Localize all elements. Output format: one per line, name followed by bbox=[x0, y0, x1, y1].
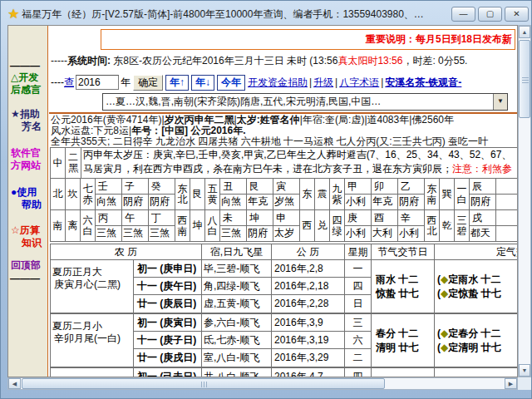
compass-row-south: 南 离 六白 丙三煞 午三煞 丁三煞 西南 坤 八白 未三煞 坤阴府 申太岁 西… bbox=[51, 209, 517, 241]
table-row[interactable]: 廿一 (庚辰日)虚,五黄-顺飞2016年,2,28日 bbox=[134, 295, 372, 313]
maximize-button[interactable]: ▢ bbox=[478, 7, 502, 22]
branch-cell: 午三煞 bbox=[122, 210, 149, 241]
sidebar-item-label: 知识 bbox=[11, 237, 42, 249]
table-row[interactable]: 十一 (庚子日)氐,七赤-顺飞2016年,3,19六 bbox=[134, 332, 372, 349]
branch-cell: 辛小利 bbox=[398, 210, 425, 241]
scroll-up-icon[interactable]: ▲ bbox=[519, 26, 530, 38]
horizontal-scrollbar[interactable]: ◀ ▶ bbox=[7, 377, 518, 390]
month-rows: 初一 (己未日)井,八白-顺飞2016年,4,7四 bbox=[134, 368, 372, 377]
branch-cell: 乙阴府 bbox=[398, 179, 425, 209]
branch-cell: 壬向煞 bbox=[96, 179, 122, 209]
sidebar-item-help[interactable]: ●使用 帮助 bbox=[11, 186, 42, 211]
vertical-scrollbar[interactable]: ▲ ▼ bbox=[518, 25, 531, 377]
sidebar-item-label: 方网站 bbox=[11, 160, 41, 171]
year-input[interactable] bbox=[76, 75, 119, 90]
trigram-cell: 乾 bbox=[440, 210, 455, 241]
compass-table: 中 二黑 丙申年太岁压：庚寅,辛巳,壬申,癸亥,甲寅,乙巳年生之人葬时避吉(7、… bbox=[50, 147, 517, 242]
sidebar-item-label: 回顶部 bbox=[11, 259, 41, 271]
sidebar-item-back-to-top[interactable]: 回顶部 bbox=[11, 259, 41, 272]
branch-cell: 坤阴府 bbox=[247, 210, 273, 241]
branch-cell: 寅岁煞 bbox=[273, 179, 300, 209]
sidebar-item-label: ☆历算 bbox=[11, 224, 40, 236]
branch-cell: 丁三煞 bbox=[149, 210, 175, 241]
table-row[interactable]: 廿一 (庚戌日)室,八白-顺飞2016年,3,29二 bbox=[134, 349, 372, 367]
era-dropdown-value: …夏…汉,魏,晋,南朝(宋齐梁陈)隋唐,五代,宋元明清,民国,中国… bbox=[103, 94, 493, 110]
branch-cell: 戌都天 bbox=[470, 210, 496, 241]
app-star-icon: ★ bbox=[7, 7, 19, 21]
client-area: ——— △开发 后感言 ★捐助 芳名 软件官 方网站 ●使用 帮助 ☆历算 知识 bbox=[7, 25, 518, 377]
branch-cell: 庚小利 bbox=[345, 210, 372, 241]
month-label: 夏历正月大 庚寅月心(二黑) bbox=[51, 260, 134, 313]
donate-link[interactable]: 开发资金捐助 bbox=[248, 76, 308, 90]
scroll-down-icon[interactable]: ▼ bbox=[519, 364, 530, 377]
confirm-button[interactable]: 确定 bbox=[133, 75, 163, 91]
year-info-line1: 公元2016年(黄帝4714年)|岁次丙申年二黑|太岁:姓管名仲|年宿:奎(局:… bbox=[51, 115, 517, 126]
dashes: ---- bbox=[51, 76, 64, 88]
vertical-scrollbar-thumb[interactable] bbox=[519, 40, 530, 118]
horizontal-scrollbar-thumb[interactable] bbox=[22, 378, 385, 389]
branch-cell: 申太岁 bbox=[273, 210, 300, 241]
direction-cell: 北 bbox=[51, 179, 66, 209]
header-weekday: 星期 bbox=[345, 244, 372, 259]
system-time-line: -----系统时间: 东8区-农历公元纪年2016年三月十三日 未时 (13:5… bbox=[51, 54, 517, 68]
table-row[interactable]: 初一 (庚寅日)参,六白-顺飞2016年,3,9三 bbox=[134, 314, 372, 332]
main-content: 重要说明：每月5日到18日发布新 -----系统时间: 东8区-农历公元纪年20… bbox=[49, 26, 517, 377]
sidebar-item-dev-notes[interactable]: △开发 后感言 bbox=[11, 71, 41, 96]
exact-solar-term-cell bbox=[435, 368, 517, 377]
sidebar-item-official-site[interactable]: 软件官 方网站 bbox=[11, 147, 41, 172]
trigram-cell: 坤 bbox=[190, 210, 205, 241]
fengshui-period: 风水运盘:下元8运| bbox=[51, 126, 131, 136]
month-label: 夏历二月小 辛卯月尾(一白) bbox=[51, 314, 134, 367]
important-notice-banner: 重要说明：每月5日到18日发布新 bbox=[101, 29, 515, 50]
year-down-button[interactable]: 年↓ bbox=[191, 75, 214, 91]
separator: | bbox=[335, 76, 337, 88]
branch-cell: 未三煞 bbox=[220, 210, 247, 241]
star-cell: 一白 bbox=[455, 179, 470, 209]
sidebar-item-label: ★捐助 bbox=[11, 108, 40, 120]
star-cell: 八白 bbox=[205, 210, 220, 241]
sidebar-item-label: 后感言 bbox=[11, 84, 41, 96]
sidebar-divider-top: ——— bbox=[10, 60, 40, 71]
year-info-rest: |年宿:奎(局:虚)|道4083年|佛2560年 bbox=[300, 115, 454, 126]
search-link[interactable]: 查 bbox=[64, 76, 74, 90]
taisui-note-line2: 马居寅月，利在西方申酉戌，杀在南方巳午未，进在北方亥子丑，退在东方寅卯辰；注意：… bbox=[81, 162, 517, 176]
direction-cell: 东 bbox=[300, 179, 315, 209]
star-cell: 九紫 bbox=[330, 179, 345, 209]
center-star-cell: 二黑 bbox=[66, 148, 81, 178]
year-unit-label: 年 bbox=[121, 76, 131, 90]
month-group: 夏历正月大 庚寅月心(二黑) 初一 (庚申日)毕,三碧-顺飞2016年,2,8一… bbox=[51, 260, 517, 314]
sidebar-item-donors[interactable]: ★捐助 芳名 bbox=[11, 108, 42, 133]
chevron-down-icon[interactable]: ▼ bbox=[493, 94, 507, 110]
tea-ad-link[interactable]: 安溪名茶-铁观音- bbox=[385, 76, 461, 90]
direction-cell: 西北 bbox=[425, 210, 440, 241]
table-row[interactable]: 初一 (庚申日)毕,三碧-顺飞2016年,2,8一 bbox=[134, 260, 372, 278]
table-row[interactable]: 初一 (己未日)井,八白-顺飞2016年,4,7四 bbox=[134, 368, 372, 377]
upgrade-link[interactable]: 升级 bbox=[313, 76, 333, 90]
exact-solar-term-cell: (◆定春分 十二 (◆定清明 廿七 bbox=[435, 314, 517, 367]
gregorian-huangdi-year: 公元2016年(黄帝4714年)| bbox=[51, 115, 165, 126]
minimize-button[interactable]: — bbox=[451, 7, 475, 22]
separator: | bbox=[309, 76, 312, 88]
scroll-left-icon[interactable]: ◀ bbox=[8, 378, 21, 389]
direction-cell: 南 bbox=[51, 210, 66, 241]
branch-cell: 子阴府 bbox=[122, 179, 149, 209]
trigram-cell: 坎 bbox=[66, 179, 81, 209]
bazi-terms-link[interactable]: 八字术语 bbox=[339, 76, 379, 90]
branch-cell: 酉大利 bbox=[372, 210, 398, 241]
center-cell: 中 bbox=[51, 148, 66, 178]
title-bar[interactable]: ★ 福星万年（经）历-[V2.57版-简体]-前4800年至10000年查询、编… bbox=[3, 3, 530, 25]
era-dropdown[interactable]: …夏…汉,魏,晋,南朝(宋齐梁陈)隋唐,五代,宋元明清,民国,中国… ▼ bbox=[102, 93, 508, 111]
dashes: ----- bbox=[51, 55, 67, 66]
star-cell: 三碧 bbox=[455, 210, 470, 241]
scroll-right-icon[interactable]: ▶ bbox=[505, 378, 517, 389]
table-row[interactable]: 十一 (庚午日)角,四绿-顺飞2016年,2,18四 bbox=[134, 278, 372, 295]
close-button[interactable]: ✕ bbox=[505, 7, 529, 22]
ganzhi-year: 岁次丙申年二黑 bbox=[165, 115, 234, 126]
this-year-button[interactable]: 今年 bbox=[217, 75, 245, 91]
year-up-button[interactable]: 年↑ bbox=[165, 75, 189, 91]
direction-cell: 西南 bbox=[175, 210, 190, 241]
sidebar-item-calendar-knowledge[interactable]: ☆历算 知识 bbox=[11, 224, 42, 249]
lunar-calendar-table: 农 历 宿,日九飞星 公 历 星期 节气交节日 定气交节日 夏历正月大 庚寅月心… bbox=[50, 244, 517, 377]
direction-cell: 东北 bbox=[175, 179, 190, 209]
month-group: 初一 (己未日)井,八白-顺飞2016年,4,7四 bbox=[51, 368, 517, 377]
